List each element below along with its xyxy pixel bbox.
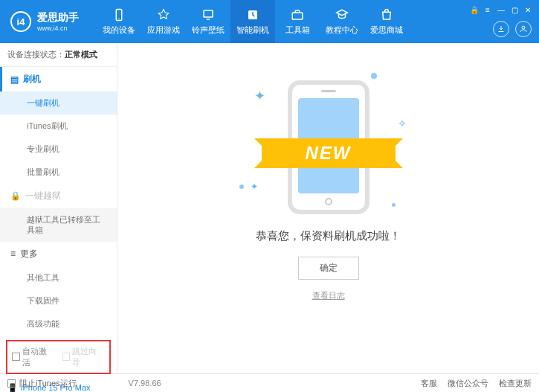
toolbox-icon [290,7,305,22]
minimize-icon[interactable]: — [496,4,506,15]
lock-win-icon[interactable]: 🔒 [469,4,480,15]
checkbox-block-itunes[interactable] [7,379,16,388]
svg-point-1 [118,19,120,20]
footer-link-wechat[interactable]: 微信公众号 [448,378,488,389]
footer-link-support[interactable]: 客服 [421,378,437,389]
checkbox-auto-activate[interactable]: 自动激活 [12,346,55,368]
nav-store[interactable]: 爱思商城 [364,0,409,43]
user-button[interactable] [515,21,532,37]
app-title: 爱思助手 [37,11,79,25]
nav-toolbox[interactable]: 工具箱 [275,0,320,43]
sidebar-section-jailbreak: 🔒 一键越狱 [0,184,117,208]
lock-icon: 🔒 [10,191,21,201]
more-section-icon: ≡ [10,248,16,259]
sidebar-section-flash[interactable]: ▤ 刷机 [0,67,117,91]
phone-illustration: ✦ ✧ ✦ NEW [277,80,381,214]
sidebar-item-batch-flash[interactable]: 批量刷机 [0,161,117,184]
checkbox-icon[interactable] [62,353,71,361]
sparkle-icon: ✦ [254,88,265,104]
flash-section-icon: ▤ [10,74,19,85]
footer-link-update[interactable]: 检查更新 [499,378,532,389]
sparkle-icon: ✦ [251,181,258,192]
device-icon [112,7,126,22]
ok-button[interactable]: 确定 [298,257,359,280]
svg-rect-4 [292,13,303,19]
svg-rect-2 [204,10,213,17]
main-content: ✦ ✧ ✦ NEW 恭喜您，保资料刷机成功啦！ 确定 查看日志 [117,43,539,373]
sidebar-item-other-tools[interactable]: 其他工具 [0,266,117,289]
sidebar-item-advanced[interactable]: 高级功能 [0,312,117,335]
sparkle-icon: ✧ [398,118,407,129]
sidebar: 设备连接状态：正常模式 ▤ 刷机 一键刷机 iTunes刷机 专业刷机 批量刷机… [0,43,117,373]
svg-point-5 [522,26,525,29]
sidebar-section-more[interactable]: ≡ 更多 [0,242,117,266]
close-icon[interactable]: ✕ [523,4,533,15]
checkbox-skip-guide[interactable]: 跳过向导 [62,346,106,368]
app-header: i4 爱思助手 www.i4.cn 我的设备 应用游戏 铃声壁纸 智能刷机 工具… [0,0,539,43]
nav-ringtones[interactable]: 铃声壁纸 [186,0,230,43]
logo-area: i4 爱思助手 www.i4.cn [0,11,89,32]
sidebar-item-download-firmware[interactable]: 下载固件 [0,289,117,312]
nav-tutorial[interactable]: 教程中心 [320,0,364,43]
top-nav: 我的设备 应用游戏 铃声壁纸 智能刷机 工具箱 教程中心 爱思商城 [97,0,409,43]
success-message: 恭喜您，保资料刷机成功啦！ [256,229,401,243]
window-controls: 🔒 ≡ — ▢ ✕ [469,4,533,15]
nav-my-device[interactable]: 我的设备 [97,0,141,43]
maximize-icon[interactable]: ▢ [509,4,520,15]
download-button[interactable] [493,21,509,37]
block-itunes-label: 阻止iTunes运行 [19,378,77,389]
checkbox-icon[interactable] [12,353,20,361]
sidebar-item-pro-flash[interactable]: 专业刷机 [0,138,117,161]
flash-icon [245,7,260,22]
dot-decoration [371,73,377,79]
version-label: V7.98.66 [129,379,161,388]
menu-win-icon[interactable]: ≡ [482,4,493,15]
app-subtitle: www.i4.cn [37,25,79,32]
nav-apps[interactable]: 应用游戏 [141,0,186,43]
options-highlighted-box: 自动激活 跳过向导 [6,340,111,374]
sidebar-item-oneclick-flash[interactable]: 一键刷机 [0,91,117,115]
view-log-link[interactable]: 查看日志 [312,290,345,301]
tutorial-icon [335,7,349,22]
nav-flash[interactable]: 智能刷机 [230,0,275,43]
sidebar-item-itunes-flash[interactable]: iTunes刷机 [0,115,117,138]
device-status: 设备连接状态：正常模式 [0,43,117,67]
sidebar-item-jailbreak-note[interactable]: 越狱工具已转移至工具箱 [0,208,117,242]
logo-icon: i4 [10,11,31,32]
new-ribbon: NEW [262,138,396,168]
ringtone-icon [201,7,216,22]
dot-decoration [392,203,396,207]
store-icon [379,7,394,22]
apps-icon [156,7,171,22]
dot-decoration [239,184,244,189]
